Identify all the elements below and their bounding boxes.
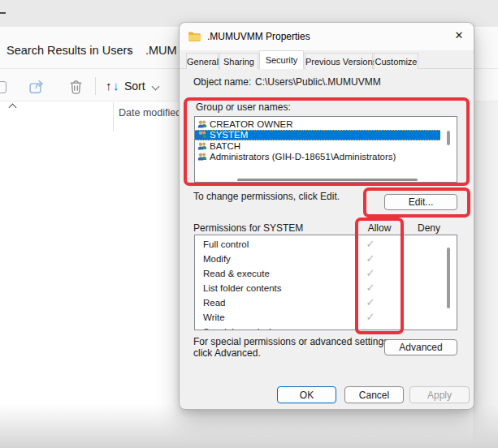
permission-row-read[interactable]: Read ✓ [195, 295, 457, 310]
breadcrumb-chevron-icon: › [128, 43, 132, 58]
object-name-value: C:\Users\Public\.MUMUVMM [255, 76, 381, 88]
sort-button[interactable]: ↑ ↓ Sort [106, 76, 162, 97]
tab-security[interactable]: Security [259, 50, 304, 69]
allow-check-icon: ✓ [365, 295, 376, 310]
properties-dialog: .MUMUVMM Properties ✕ General Sharing Se… [179, 22, 474, 410]
window-bottom-shade [0, 404, 498, 448]
cancel-button[interactable]: Cancel [344, 386, 404, 403]
ok-button[interactable]: OK [277, 386, 336, 403]
vertical-scrollbar-thumb[interactable] [447, 248, 450, 308]
permissions-list: Full control ✓ Modify ✓ Read & execute ✓… [194, 235, 457, 330]
advanced-hint-line2: click Advanced. [193, 347, 261, 359]
sort-up-arrow-icon: ↑ [106, 79, 112, 93]
advanced-button[interactable]: Advanced [384, 339, 457, 355]
clipped-toolbar-icon [0, 81, 6, 93]
permission-row-full-control[interactable]: Full control ✓ [195, 237, 457, 252]
users-icon [197, 141, 207, 151]
sort-down-arrow-icon: ↓ [113, 79, 119, 93]
allow-check-icon: ✓ [365, 237, 376, 252]
column-divider [113, 102, 114, 132]
permission-row-write[interactable]: Write ✓ [195, 310, 457, 325]
permissions-label: Permissions for SYSTEM [193, 222, 303, 234]
permission-row-list-folder-contents[interactable]: List folder contents ✓ [195, 281, 457, 295]
delete-trash-icon[interactable] [69, 78, 83, 96]
close-icon[interactable]: ✕ [451, 27, 467, 43]
tab-customize[interactable]: Customize [374, 53, 418, 69]
permission-row-special-clipped[interactable]: Special permissions [195, 325, 457, 330]
allow-column-header: Allow [362, 222, 397, 234]
edit-hint-text: To change permissions, click Edit. [193, 191, 340, 202]
permission-row-modify[interactable]: Modify ✓ [195, 252, 457, 266]
allow-check-icon: ✓ [365, 252, 376, 266]
list-item-creator-owner[interactable]: CREATOR OWNER [195, 118, 440, 130]
apply-button: Apply [409, 386, 470, 403]
list-item-batch[interactable]: BATCH [195, 140, 440, 152]
permission-row-read-execute[interactable]: Read & execute ✓ [195, 266, 457, 281]
object-name-label: Object name: [193, 76, 251, 88]
advanced-hint-line1: For special permissions or advanced sett… [193, 336, 391, 347]
allow-check-icon: ✓ [365, 310, 376, 325]
tab-general[interactable]: General [186, 53, 219, 69]
group-user-names-label: Group or user names: [196, 101, 291, 113]
toolbar-divider [95, 77, 96, 95]
chevron-down-icon [152, 83, 160, 91]
users-icon [197, 130, 207, 140]
tab-strip: General Sharing Security Previous Versio… [186, 50, 419, 69]
tab-previous-versions[interactable]: Previous Versions [305, 53, 373, 69]
breadcrumb-item-location[interactable]: Search Results in Users [6, 43, 133, 58]
explorer-right-strip [473, 101, 498, 448]
allow-check-icon: ✓ [365, 281, 376, 295]
breadcrumb-item-file[interactable]: .MUM [145, 43, 177, 58]
vertical-scrollbar-thumb[interactable] [447, 131, 450, 145]
list-item-system-selected[interactable]: SYSTEM [195, 130, 440, 141]
tab-sharing[interactable]: Sharing [219, 53, 258, 69]
sort-button-label: Sort [124, 80, 145, 93]
group-user-list: CREATOR OWNER SYSTEM BATCH [194, 116, 457, 183]
folder-icon [188, 31, 201, 45]
horizontal-scrollbar-thumb[interactable] [237, 179, 418, 181]
dialog-title: .MUMUVMM Properties [207, 31, 310, 42]
deny-column-header: Deny [411, 222, 447, 234]
list-item-administrators[interactable]: Administrators (GIH-D-18651\Administrato… [195, 152, 440, 163]
allow-check-icon: ✓ [365, 266, 376, 281]
users-icon [197, 152, 207, 162]
share-icon[interactable] [29, 78, 45, 96]
window-edge-fragment [0, 12, 6, 14]
column-header-date-modified[interactable]: Date modified [119, 107, 181, 118]
users-icon [197, 119, 207, 129]
edit-button[interactable]: Edit... [384, 194, 457, 210]
sort-ascending-caret-icon [9, 104, 17, 112]
